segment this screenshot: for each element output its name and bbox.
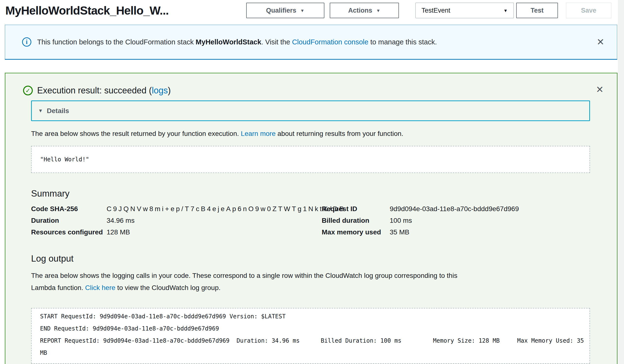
save-button-label: Save	[581, 7, 596, 14]
save-button[interactable]: Save	[566, 3, 611, 18]
function-return-value: "Hello World!"	[40, 156, 89, 163]
qualifiers-label: Qualifiers	[266, 7, 296, 14]
learn-more-link[interactable]: Learn more	[241, 130, 276, 137]
function-return-value-box: "Hello World!"	[31, 146, 590, 173]
logs-link[interactable]: logs	[152, 85, 168, 95]
details-expander[interactable]: ▼ Details	[31, 100, 590, 121]
execution-result-panel: ✕ ✓ Execution result: succeeded (logs) ▼…	[5, 73, 618, 364]
request-id-label: Request ID	[322, 205, 390, 213]
request-id-value: 9d9d094e-03ad-11e8-a70c-bddd9e67d969	[390, 205, 519, 213]
chevron-down-icon: ▼	[376, 8, 381, 13]
info-icon: i	[22, 37, 31, 47]
log-description-line2-prefix: Lambda function.	[31, 284, 85, 291]
success-check-icon: ✓	[23, 86, 33, 95]
qualifiers-dropdown-button[interactable]: Qualifiers ▼	[246, 3, 324, 18]
duration-label: Duration	[31, 217, 106, 224]
banner-close-icon[interactable]: ✕	[597, 37, 604, 47]
actions-label: Actions	[348, 7, 372, 14]
actions-dropdown-button[interactable]: Actions ▼	[330, 3, 399, 18]
function-header-bar: MyHelloWorldStack_Hello_W... Qualifiers …	[0, 0, 618, 21]
result-close-icon[interactable]: ✕	[596, 85, 604, 94]
resources-configured-value: 128 MB	[106, 228, 130, 236]
function-title: MyHelloWorldStack_Hello_W...	[5, 4, 169, 17]
chevron-down-icon: ▼	[503, 8, 508, 13]
banner-text-prefix: This function belongs to the CloudFormat…	[37, 38, 196, 46]
test-button-label: Test	[530, 7, 544, 14]
cloudformation-console-link[interactable]: CloudFormation console	[292, 38, 368, 46]
max-memory-used-label: Max memory used	[322, 228, 390, 236]
click-here-link[interactable]: Click here	[85, 284, 115, 291]
log-output-heading: Log output	[31, 254, 617, 264]
resources-configured-label: Resources configured	[31, 228, 106, 236]
result-title-prefix: Execution result: succeeded (	[37, 85, 152, 95]
summary-heading: Summary	[31, 189, 617, 199]
summary-row: Resources configured 128 MB Max memory u…	[31, 226, 614, 238]
lambda-console-page: MyHelloWorldStack_Hello_W... Qualifiers …	[0, 0, 618, 364]
result-description-prefix: The area below shows the result returned…	[31, 130, 241, 137]
execution-result-header: ✓ Execution result: succeeded (logs)	[23, 85, 617, 96]
result-title-suffix: )	[168, 85, 171, 95]
details-label: Details	[47, 107, 69, 115]
code-sha-label: Code SHA-256	[31, 205, 106, 213]
log-line-report: REPORT RequestId: 9d9d094e-03ad-11e8-a70…	[40, 335, 586, 359]
summary-row: Code SHA-256 C9JQNVw8mi+ep/T7cB4ejeAp6nO…	[31, 203, 614, 215]
banner-text-suffix: to manage this stack.	[368, 38, 437, 46]
test-button[interactable]: Test	[516, 3, 558, 18]
execution-result-title: Execution result: succeeded (logs)	[37, 85, 171, 96]
billed-duration-label: Billed duration	[322, 217, 390, 224]
result-description-suffix: about returning results from your functi…	[276, 130, 403, 137]
billed-duration-value: 100 ms	[390, 217, 412, 224]
summary-row: Duration 34.96 ms Billed duration 100 ms	[31, 215, 614, 226]
log-description-line1: The area below shows the logging calls i…	[31, 272, 457, 279]
code-sha-value: C9JQNVw8mi+ep/T7cB4ejeAp6nO9w0ZTWTg1NktK…	[106, 205, 345, 213]
log-line-start: START RequestId: 9d9d094e-03ad-11e8-a70c…	[40, 310, 586, 322]
result-description: The area below shows the result returned…	[31, 129, 599, 139]
log-output-description: The area below shows the logging calls i…	[31, 270, 604, 294]
log-description-suffix: to view the CloudWatch log group.	[115, 284, 220, 291]
banner-text-middle: . Visit the	[261, 38, 292, 46]
expander-caret-icon: ▼	[38, 108, 43, 114]
chevron-down-icon: ▼	[300, 8, 305, 13]
duration-value: 34.96 ms	[106, 217, 134, 224]
log-line-end: END RequestId: 9d9d094e-03ad-11e8-a70c-b…	[40, 322, 586, 335]
summary-table: Code SHA-256 C9JQNVw8mi+ep/T7cB4ejeAp6nO…	[31, 203, 614, 238]
banner-text: This function belongs to the CloudFormat…	[37, 38, 437, 46]
cloudformation-info-banner: i This function belongs to the CloudForm…	[5, 25, 617, 60]
test-event-select[interactable]: TestEvent ▼	[416, 3, 514, 18]
max-memory-used-value: 35 MB	[390, 228, 409, 236]
log-output-box: START RequestId: 9d9d094e-03ad-11e8-a70c…	[31, 308, 590, 364]
test-event-selected-value: TestEvent	[421, 7, 450, 14]
stack-name: MyHelloWorldStack	[196, 38, 261, 46]
